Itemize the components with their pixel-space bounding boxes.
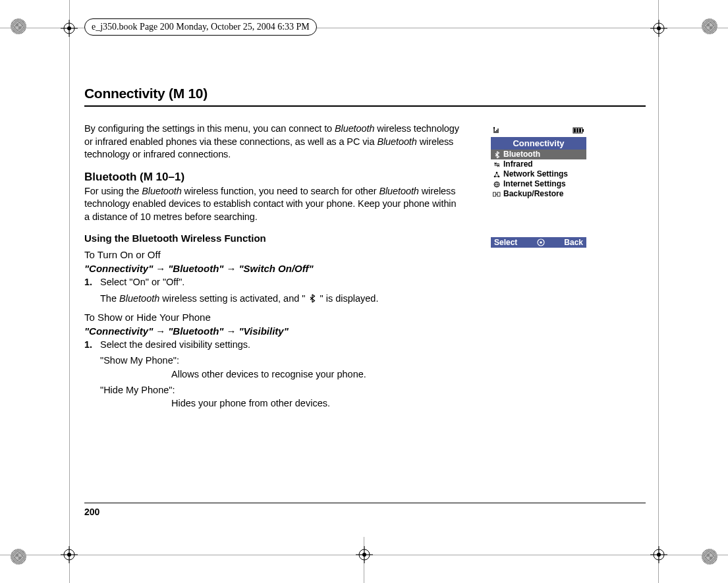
heading-rule bbox=[84, 105, 646, 107]
svg-point-20 bbox=[493, 127, 495, 128]
menu-label: Internet Settings bbox=[503, 179, 566, 189]
registration-mark-icon bbox=[356, 546, 373, 563]
step-text: Select "On" or "Off". bbox=[100, 275, 460, 289]
svg-rect-22 bbox=[582, 129, 584, 132]
crop-line bbox=[658, 0, 659, 583]
intro-paragraph: By configuring the settings in this menu… bbox=[84, 123, 460, 161]
phone-title: Connectivity bbox=[491, 137, 586, 150]
arrow-icon: → bbox=[155, 325, 165, 337]
step-subtext: The Bluetooth wireless setting is activa… bbox=[100, 292, 460, 306]
nav-segment: "Bluetooth" bbox=[168, 263, 223, 274]
nav-segment: "Connectivity" bbox=[84, 263, 153, 274]
text: wireless function, you need to search fo… bbox=[182, 186, 379, 196]
infrared-icon: ↹ bbox=[493, 159, 501, 169]
main-content: Connectivity (M 10) By configuring the s… bbox=[84, 86, 460, 410]
crop-mark-icon bbox=[702, 549, 717, 565]
menu-item-bluetooth[interactable]: Bluetooth bbox=[491, 150, 586, 159]
menu-item-infrared[interactable]: ↹ Infrared bbox=[491, 159, 586, 169]
bluetooth-icon bbox=[493, 151, 501, 159]
registration-mark-icon bbox=[650, 546, 667, 563]
step-row: 1. Select the desired visibility setting… bbox=[84, 338, 460, 351]
heading-bluetooth: Bluetooth (M 10–1) bbox=[84, 171, 460, 184]
network-icon bbox=[493, 171, 501, 178]
text: By configuring the settings in this menu… bbox=[84, 123, 335, 134]
status-bar bbox=[491, 124, 586, 137]
softkey-bar: Select Back bbox=[491, 237, 586, 248]
svg-rect-24 bbox=[576, 128, 578, 132]
option-label: "Show My Phone": bbox=[100, 354, 460, 367]
bluetooth-term: Bluetooth bbox=[377, 136, 416, 147]
registration-mark-icon bbox=[61, 546, 78, 563]
visibility-option: "Show My Phone": Allows other devices to… bbox=[100, 354, 460, 381]
step-row: 1. Select "On" or "Off". bbox=[84, 275, 460, 289]
menu-item-backup-restore[interactable]: Backup/Restore bbox=[491, 189, 586, 199]
softkey-right[interactable]: Back bbox=[564, 238, 583, 247]
option-desc: Hides your phone from other devices. bbox=[171, 397, 460, 410]
page-header-text: e_j350.book Page 200 Monday, October 25,… bbox=[84, 18, 317, 36]
bluetooth-term: Bluetooth bbox=[119, 293, 159, 304]
svg-rect-25 bbox=[579, 128, 581, 132]
bluetooth-icon bbox=[309, 293, 316, 306]
crop-line bbox=[69, 0, 70, 583]
arrow-icon: → bbox=[226, 325, 236, 337]
option-label: "Hide My Phone": bbox=[100, 383, 460, 397]
arrow-icon: → bbox=[155, 263, 165, 274]
crop-mark-icon bbox=[11, 18, 26, 34]
heading-using-bt: Using the Bluetooth Wireless Function bbox=[84, 233, 460, 244]
text: For using the bbox=[84, 186, 142, 196]
bluetooth-term: Bluetooth bbox=[335, 123, 374, 134]
menu-item-network-settings[interactable]: Network Settings bbox=[491, 169, 586, 179]
bluetooth-intro: For using the Bluetooth wireless functio… bbox=[84, 185, 460, 224]
svg-point-33 bbox=[540, 241, 542, 244]
arrow-icon: → bbox=[226, 263, 236, 274]
text: wireless setting is activated, and " bbox=[159, 293, 308, 304]
phone-screenshot: Connectivity Bluetooth ↹ Infrared Networ… bbox=[491, 124, 586, 252]
heading-show-hide: To Show or Hide Your Phone bbox=[84, 312, 460, 323]
registration-mark-icon bbox=[650, 20, 667, 37]
backup-icon bbox=[493, 191, 501, 198]
crop-mark-icon bbox=[702, 18, 717, 34]
nav-segment: "Switch On/Off" bbox=[238, 263, 313, 274]
text: " is displayed. bbox=[317, 293, 378, 304]
nav-segment: "Connectivity" bbox=[84, 325, 153, 337]
menu-item-internet-settings[interactable]: Internet Settings bbox=[491, 179, 586, 189]
step-number: 1. bbox=[84, 338, 100, 351]
bluetooth-term: Bluetooth bbox=[379, 186, 418, 196]
internet-icon bbox=[493, 181, 501, 188]
heading-turn-on-off: To Turn On or Off bbox=[84, 249, 460, 260]
signal-icon bbox=[493, 126, 503, 134]
svg-rect-31 bbox=[497, 192, 500, 196]
nav-path-visibility: "Connectivity"→"Bluetooth"→"Visibility" bbox=[84, 325, 460, 337]
step-number: 1. bbox=[84, 275, 100, 289]
bluetooth-term: Bluetooth bbox=[142, 186, 181, 196]
option-desc: Allows other devices to recognise your p… bbox=[171, 368, 460, 381]
svg-rect-30 bbox=[493, 192, 496, 196]
crop-mark-icon bbox=[11, 549, 26, 565]
svg-rect-23 bbox=[574, 128, 576, 132]
text: The bbox=[100, 293, 119, 304]
heading-connectivity: Connectivity (M 10) bbox=[84, 86, 460, 101]
visibility-option: "Hide My Phone": Hides your phone from o… bbox=[100, 383, 460, 410]
phone-body-fill bbox=[491, 199, 586, 237]
softkey-middle-icon[interactable] bbox=[537, 238, 545, 246]
nav-segment: "Visibility" bbox=[238, 325, 288, 337]
menu-label: Network Settings bbox=[503, 169, 568, 179]
menu-label: Bluetooth bbox=[503, 150, 540, 159]
menu-label: Backup/Restore bbox=[503, 189, 563, 199]
page-number: 200 bbox=[84, 507, 99, 517]
softkey-left[interactable]: Select bbox=[494, 238, 517, 247]
registration-mark-icon bbox=[61, 20, 78, 37]
nav-segment: "Bluetooth" bbox=[168, 325, 223, 337]
battery-icon bbox=[573, 127, 584, 134]
menu-label: Infrared bbox=[503, 159, 533, 169]
nav-path-switch: "Connectivity"→"Bluetooth"→"Switch On/Of… bbox=[84, 263, 460, 274]
step-text: Select the desired visibility settings. bbox=[100, 338, 460, 351]
